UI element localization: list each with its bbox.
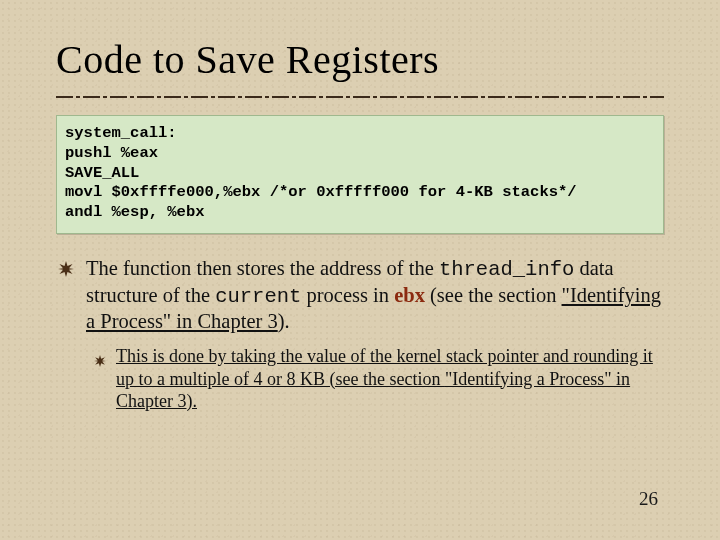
code-block: system_call: pushl %eax SAVE_ALL movl $0… [56, 115, 664, 234]
sub-bullet-item: This is done by taking the value of the … [56, 345, 664, 413]
code-line: system_call: [65, 124, 177, 142]
code-line: andl %esp, %ebx [65, 203, 205, 221]
bullet-item: The function then stores the address of … [56, 256, 664, 335]
inline-code: thread_info [439, 258, 574, 281]
burst-icon [94, 350, 106, 362]
slide: Code to Save Registers system_call: push… [0, 0, 720, 413]
text: ). [186, 391, 197, 411]
code-line: SAVE_ALL [65, 164, 139, 182]
svg-marker-1 [94, 355, 106, 367]
text: ). [278, 310, 290, 332]
code-line: pushl %eax [65, 144, 158, 162]
register-name: ebx [394, 284, 425, 306]
text: (see the section [425, 284, 562, 306]
page-number: 26 [639, 488, 658, 510]
title-divider [56, 93, 664, 101]
text: process in [301, 284, 394, 306]
page-title: Code to Save Registers [56, 36, 664, 83]
inline-code: current [215, 285, 301, 308]
text: The function then stores the address of … [86, 257, 439, 279]
code-line: movl $0xffffe000,%ebx /*or 0xfffff000 fo… [65, 183, 577, 201]
svg-marker-0 [58, 261, 74, 277]
burst-icon [58, 261, 74, 277]
body-text: The function then stores the address of … [56, 256, 664, 412]
